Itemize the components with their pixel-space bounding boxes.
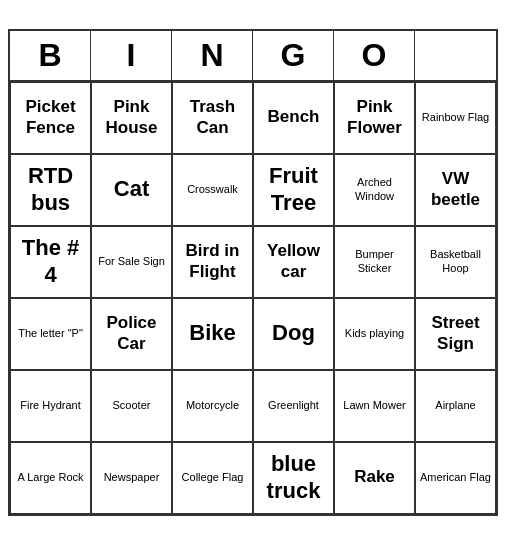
bingo-cell-10: Arched Window [334, 154, 415, 226]
bingo-cell-21: Dog [253, 298, 334, 370]
bingo-cell-4: Pink Flower [334, 82, 415, 154]
bingo-cell-27: Greenlight [253, 370, 334, 442]
header-b: B [10, 31, 91, 80]
bingo-cell-34: Rake [334, 442, 415, 514]
bingo-cell-33: blue truck [253, 442, 334, 514]
bingo-header: B I N G O [10, 31, 496, 82]
bingo-cell-14: Bird in Flight [172, 226, 253, 298]
bingo-cell-23: Street Sign [415, 298, 496, 370]
header-o: O [334, 31, 415, 80]
bingo-cell-1: Pink House [91, 82, 172, 154]
bingo-cell-11: VW beetle [415, 154, 496, 226]
bingo-cell-20: Bike [172, 298, 253, 370]
bingo-cell-28: Lawn Mower [334, 370, 415, 442]
bingo-cell-16: Bumper Sticker [334, 226, 415, 298]
bingo-cell-8: Crosswalk [172, 154, 253, 226]
bingo-grid: Picket FencePink HouseTrash CanBenchPink… [10, 82, 496, 514]
bingo-cell-35: American Flag [415, 442, 496, 514]
bingo-cell-29: Airplane [415, 370, 496, 442]
bingo-cell-2: Trash Can [172, 82, 253, 154]
bingo-cell-24: Fire Hydrant [10, 370, 91, 442]
bingo-cell-17: Basketball Hoop [415, 226, 496, 298]
header-g: G [253, 31, 334, 80]
bingo-cell-0: Picket Fence [10, 82, 91, 154]
header-i: I [91, 31, 172, 80]
bingo-cell-6: RTD bus [10, 154, 91, 226]
bingo-cell-15: Yellow car [253, 226, 334, 298]
bingo-cell-9: Fruit Tree [253, 154, 334, 226]
bingo-cell-18: The letter "P" [10, 298, 91, 370]
bingo-cell-25: Scooter [91, 370, 172, 442]
bingo-cell-5: Rainbow Flag [415, 82, 496, 154]
bingo-cell-26: Motorcycle [172, 370, 253, 442]
bingo-cell-22: Kids playing [334, 298, 415, 370]
bingo-cell-30: A Large Rock [10, 442, 91, 514]
header-extra [415, 31, 496, 80]
bingo-cell-32: College Flag [172, 442, 253, 514]
bingo-cell-7: Cat [91, 154, 172, 226]
bingo-cell-31: Newspaper [91, 442, 172, 514]
header-n: N [172, 31, 253, 80]
bingo-cell-19: Police Car [91, 298, 172, 370]
bingo-cell-3: Bench [253, 82, 334, 154]
bingo-card: B I N G O Picket FencePink HouseTrash Ca… [8, 29, 498, 516]
bingo-cell-12: The # 4 [10, 226, 91, 298]
bingo-cell-13: For Sale Sign [91, 226, 172, 298]
